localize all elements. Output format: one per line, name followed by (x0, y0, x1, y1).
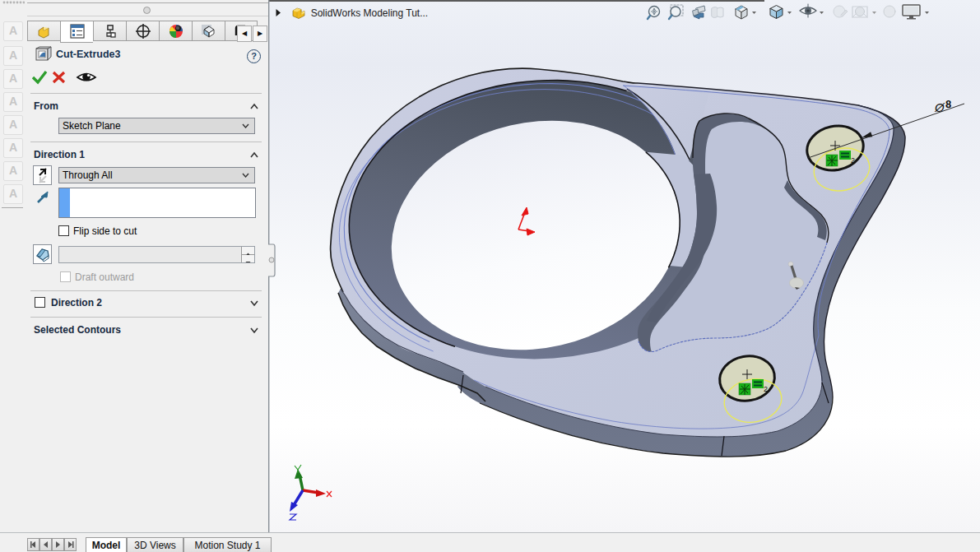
svg-text:8: 8 (945, 98, 951, 110)
svg-text:Ø: Ø (934, 100, 945, 114)
svg-text:2: 2 (851, 156, 855, 165)
svg-text:2: 2 (764, 385, 768, 393)
